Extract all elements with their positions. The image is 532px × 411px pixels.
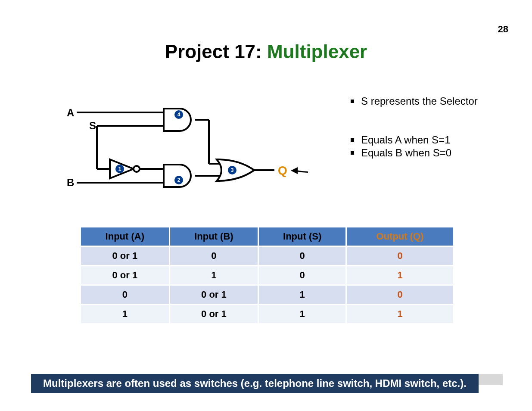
cell: 0 bbox=[81, 285, 170, 305]
circuit-svg: 1 4 2 3 bbox=[67, 99, 308, 198]
cell: 0 bbox=[258, 246, 346, 266]
th-output-q: Output (Q) bbox=[346, 227, 454, 246]
cell: 1 bbox=[258, 305, 346, 324]
circuit-diagram: 1 4 2 3 A S B Q bbox=[67, 99, 308, 198]
cell: 0 or 1 bbox=[169, 305, 258, 324]
table-row: 1 0 or 1 1 1 bbox=[81, 305, 454, 324]
label-a: A bbox=[67, 107, 74, 119]
table-row: 0 or 1 0 0 0 bbox=[81, 246, 454, 266]
cell: 0 bbox=[169, 246, 258, 266]
not-gate: 1 bbox=[110, 159, 140, 178]
gate-number-1: 1 bbox=[118, 166, 121, 172]
note-b-when-s0: Equals B when S=0 bbox=[349, 146, 508, 159]
and-gate-bottom: 2 bbox=[164, 165, 191, 187]
footer-text: Multiplexers are often used as switches … bbox=[31, 374, 479, 393]
note-a-when-s1: Equals A when S=1 bbox=[349, 134, 508, 146]
table-row: 0 or 1 1 0 1 bbox=[81, 266, 454, 285]
label-b: B bbox=[67, 177, 74, 189]
note-selector: S represents the Selector bbox=[349, 95, 508, 108]
gate-number-4: 4 bbox=[177, 112, 180, 118]
title-prefix: Project 17: bbox=[165, 41, 267, 62]
cell: 0 or 1 bbox=[81, 266, 170, 285]
gate-number-2: 2 bbox=[177, 177, 180, 183]
title-name: Multiplexer bbox=[267, 41, 367, 62]
cell-output: 0 bbox=[346, 246, 454, 266]
gate-number-3: 3 bbox=[231, 167, 234, 173]
cell: 0 or 1 bbox=[81, 246, 170, 266]
cell: 1 bbox=[169, 266, 258, 285]
slide-title: Project 17: Multiplexer bbox=[0, 41, 532, 62]
or-gate: 3 bbox=[217, 159, 254, 181]
th-input-s: Input (S) bbox=[258, 227, 346, 246]
cell: 1 bbox=[81, 305, 170, 324]
cell: 1 bbox=[258, 285, 346, 305]
cell-output: 1 bbox=[346, 305, 454, 324]
label-q: Q bbox=[278, 164, 287, 177]
svg-marker-17 bbox=[291, 167, 298, 174]
table-header-row: Input (A) Input (B) Input (S) Output (Q) bbox=[81, 227, 454, 246]
truth-table: Input (A) Input (B) Input (S) Output (Q)… bbox=[80, 226, 454, 324]
cell-output: 0 bbox=[346, 285, 454, 305]
cell-output: 1 bbox=[346, 266, 454, 285]
label-s: S bbox=[89, 120, 96, 132]
svg-point-12 bbox=[134, 166, 140, 172]
th-input-a: Input (A) bbox=[81, 227, 170, 246]
cell: 0 bbox=[258, 266, 346, 285]
page-number: 28 bbox=[498, 24, 508, 35]
and-gate-top: 4 bbox=[164, 109, 191, 131]
cell: 0 or 1 bbox=[169, 285, 258, 305]
th-input-b: Input (B) bbox=[169, 227, 258, 246]
footer-note: . Multiplexers are often used as switche… bbox=[31, 374, 503, 385]
notes-list: S represents the Selector Equals A when … bbox=[349, 95, 508, 159]
q-arrow-icon bbox=[291, 159, 308, 174]
table-row: 0 0 or 1 1 0 bbox=[81, 285, 454, 305]
